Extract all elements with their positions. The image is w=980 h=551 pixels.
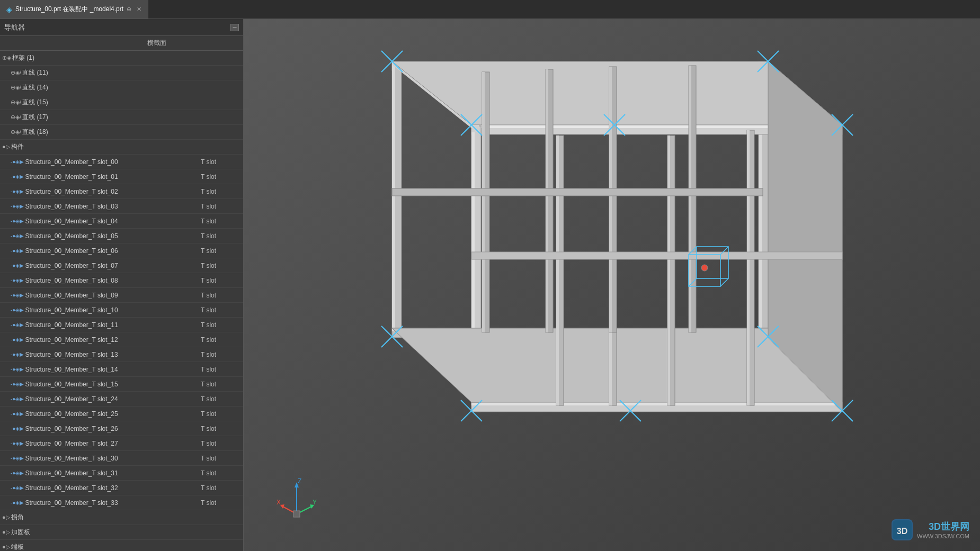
tree-item-line14[interactable]: ⊕◈/ 直线 (14) [0, 80, 243, 95]
member-icon-3: -●◈▶ [11, 203, 24, 209]
tree-item-member-21[interactable]: -●◈▶ Structure_00_Member_T slot_31 T slo… [0, 466, 243, 481]
member-list: -●◈▶ Structure_00_Member_T slot_00 T slo… [0, 155, 243, 510]
member-section-13: T slot [199, 351, 241, 358]
endplate-group-icon: ●▷ [2, 544, 10, 550]
line15-icon: ⊕◈/ [11, 99, 21, 106]
endplate-group-label: 端板 [11, 543, 241, 551]
svg-rect-38 [546, 69, 548, 332]
member-icon-16: -●◈▶ [11, 396, 24, 402]
tree-item-member-5[interactable]: -●◈▶ Structure_00_Member_T slot_05 T slo… [0, 229, 243, 243]
member-section-4: T slot [199, 218, 241, 225]
svg-text:Z: Z [298, 477, 301, 485]
member-name-10: Structure_00_Member_T slot_10 [25, 306, 199, 314]
line14-label: 直线 (14) [22, 83, 199, 92]
member-icon-2: -●◈▶ [11, 188, 24, 194]
line18-label: 直线 (18) [22, 128, 199, 137]
tree-item-line11[interactable]: ⊕◈/ 直线 (11) [0, 66, 243, 80]
svg-rect-17 [471, 402, 842, 405]
svg-rect-32 [667, 136, 670, 405]
member-icon-9: -●◈▶ [11, 292, 24, 298]
tab-structure[interactable]: ◈ Structure_00.prt 在装配中 _model4.prt ⊕ ✕ [0, 0, 148, 19]
reinforcement-group-icon: ●▷ [2, 529, 10, 536]
member-section-2: T slot [199, 188, 241, 195]
group-header-endplate[interactable]: ●▷ 端板 [0, 540, 243, 551]
tree-item-member-7[interactable]: -●◈▶ Structure_00_Member_T slot_07 T slo… [0, 258, 243, 273]
tree-item-member-9[interactable]: -●◈▶ Structure_00_Member_T slot_09 T slo… [0, 288, 243, 303]
tree-item-member-23[interactable]: -●◈▶ Structure_00_Member_T slot_33 T slo… [0, 495, 243, 510]
member-section-9: T slot [199, 292, 241, 299]
tab-close-icon[interactable]: ✕ [137, 6, 141, 13]
member-name-14: Structure_00_Member_T slot_14 [25, 366, 199, 373]
corners-group-label: 拐角 [11, 513, 241, 522]
member-section-8: T slot [199, 277, 241, 284]
member-name-15: Structure_00_Member_T slot_15 [25, 381, 199, 388]
tree-item-member-10[interactable]: -●◈▶ Structure_00_Member_T slot_10 T slo… [0, 303, 243, 318]
tree-item-member-13[interactable]: -●◈▶ Structure_00_Member_T slot_13 T slo… [0, 347, 243, 362]
svg-point-92 [701, 265, 708, 271]
member-icon-0: -●◈▶ [11, 159, 24, 165]
tree-item-line15[interactable]: ⊕◈/ 直线 (15) [0, 95, 243, 110]
minimize-button[interactable]: ─ [230, 24, 239, 31]
tree-item-frame[interactable]: ⊕◈ 框架 (1) [0, 51, 243, 66]
group-header-corners[interactable]: ●▷ 拐角 [0, 510, 243, 525]
structure-svg [244, 19, 980, 551]
tree-item-line18[interactable]: ⊕◈/ 直线 (18) [0, 125, 243, 140]
svg-rect-5 [392, 62, 395, 338]
watermark-text-block: 3D世界网 WWW.3DSJW.COM [917, 520, 969, 539]
member-icon-5: -●◈▶ [11, 233, 24, 239]
tree-item-member-1[interactable]: -●◈▶ Structure_00_Member_T slot_01 T slo… [0, 169, 243, 184]
member-name-5: Structure_00_Member_T slot_05 [25, 232, 199, 240]
group-header-members[interactable]: ●▷ 构件 [0, 140, 243, 155]
tree-item-member-8[interactable]: -●◈▶ Structure_00_Member_T slot_08 T slo… [0, 273, 243, 288]
line11-label: 直线 (11) [22, 68, 199, 77]
reinforcement-group-label: 加固板 [11, 528, 241, 537]
member-icon-15: -●◈▶ [11, 381, 24, 387]
line17-icon: ⊕◈/ [11, 114, 21, 121]
tree-item-line17[interactable]: ⊕◈/ 直线 (17) [0, 110, 243, 125]
member-icon-1: -●◈▶ [11, 174, 24, 179]
corners-group-icon: ●▷ [2, 514, 10, 521]
member-name-11: Structure_00_Member_T slot_11 [25, 321, 199, 329]
svg-text:3D: 3D [897, 527, 907, 536]
member-section-17: T slot [199, 410, 241, 418]
coordinate-axes: Z Y X [275, 477, 318, 519]
member-icon-12: -●◈▶ [11, 337, 24, 342]
watermark: 3D 3D世界网 WWW.3DSJW.COM [892, 519, 969, 540]
tree-item-member-17[interactable]: -●◈▶ Structure_00_Member_T slot_25 T slo… [0, 407, 243, 421]
tree-item-member-18[interactable]: -●◈▶ Structure_00_Member_T slot_26 T slo… [0, 421, 243, 436]
member-icon-17: -●◈▶ [11, 411, 24, 417]
watermark-logo: 3D [892, 519, 913, 540]
tree-item-member-2[interactable]: -●◈▶ Structure_00_Member_T slot_02 T slo… [0, 184, 243, 199]
member-name-12: Structure_00_Member_T slot_12 [25, 336, 199, 344]
viewport-canvas: Z Y X 3D [244, 19, 980, 551]
tree-item-member-22[interactable]: -●◈▶ Structure_00_Member_T slot_32 T slo… [0, 481, 243, 495]
main-layout: 导航器 ─ 横截面 ⊕◈ 框架 (1) ⊕◈/ 直线 (11) [0, 19, 980, 551]
tree-item-member-14[interactable]: -●◈▶ Structure_00_Member_T slot_14 T slo… [0, 362, 243, 377]
member-icon-22: -●◈▶ [11, 485, 24, 491]
tree-item-member-20[interactable]: -●◈▶ Structure_00_Member_T slot_30 T slo… [0, 451, 243, 466]
tree-item-member-11[interactable]: -●◈▶ Structure_00_Member_T slot_11 T slo… [0, 318, 243, 332]
tree-item-member-12[interactable]: -●◈▶ Structure_00_Member_T slot_12 T slo… [0, 332, 243, 347]
tree-item-member-3[interactable]: -●◈▶ Structure_00_Member_T slot_03 T slo… [0, 199, 243, 214]
member-section-7: T slot [199, 262, 241, 269]
member-name-19: Structure_00_Member_T slot_27 [25, 440, 199, 447]
group-header-reinforcement[interactable]: ●▷ 加固板 [0, 525, 243, 540]
tree-item-member-6[interactable]: -●◈▶ Structure_00_Member_T slot_06 T slo… [0, 243, 243, 258]
viewport[interactable]: Z Y X 3D [244, 19, 980, 551]
member-section-20: T slot [199, 455, 241, 462]
member-name-1: Structure_00_Member_T slot_01 [25, 173, 199, 180]
tree-item-member-15[interactable]: -●◈▶ Structure_00_Member_T slot_15 T slo… [0, 377, 243, 392]
member-icon-4: -●◈▶ [11, 218, 24, 224]
member-section-11: T slot [199, 321, 241, 329]
member-icon-8: -●◈▶ [11, 277, 24, 283]
watermark-logo-svg: 3D [893, 520, 912, 539]
member-name-2: Structure_00_Member_T slot_02 [25, 188, 199, 195]
tree-item-member-19[interactable]: -●◈▶ Structure_00_Member_T slot_27 T slo… [0, 436, 243, 451]
tree-scroll[interactable]: ⊕◈ 框架 (1) ⊕◈/ 直线 (11) ⊕◈/ 直线 (14) ⊕◈/ 直线… [0, 51, 243, 551]
member-name-4: Structure_00_Member_T slot_04 [25, 218, 199, 225]
tree-item-member-16[interactable]: -●◈▶ Structure_00_Member_T slot_24 T slo… [0, 392, 243, 407]
tree-item-member-4[interactable]: -●◈▶ Structure_00_Member_T slot_04 T slo… [0, 214, 243, 229]
tree-item-member-0[interactable]: -●◈▶ Structure_00_Member_T slot_00 T slo… [0, 155, 243, 169]
left-panel: 导航器 ─ 横截面 ⊕◈ 框架 (1) ⊕◈/ 直线 (11) [0, 19, 244, 551]
member-section-23: T slot [199, 499, 241, 507]
